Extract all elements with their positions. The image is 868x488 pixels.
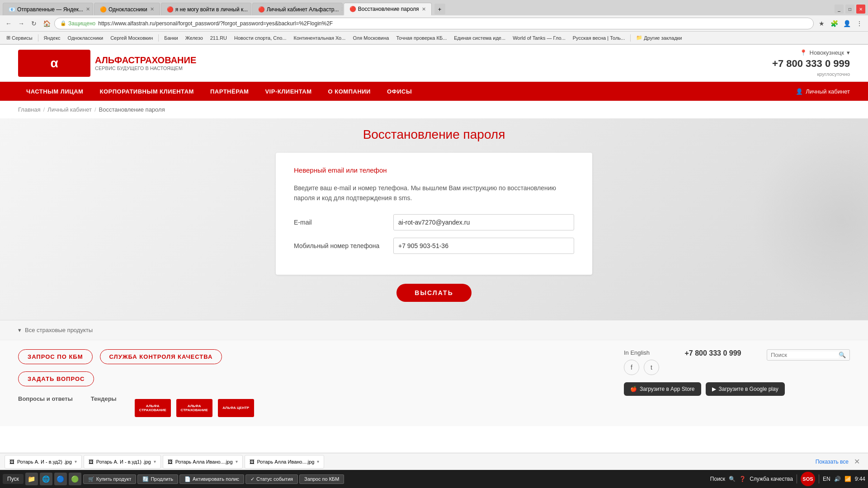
- bookmark-divider-1: [38, 34, 38, 42]
- tab-2-close[interactable]: ✕: [150, 6, 154, 12]
- new-tab-button[interactable]: +: [434, 4, 445, 14]
- bookmark-banki[interactable]: Банки: [161, 34, 180, 42]
- nav-partners[interactable]: ПАРТНЁРАМ: [202, 82, 257, 101]
- tab-5-icon: 🔴: [349, 6, 356, 12]
- kbm-request-button[interactable]: ЗАПРОС ПО КБМ: [18, 349, 93, 364]
- breadcrumb-home[interactable]: Главная: [18, 106, 40, 113]
- bookmark-ok-label: Одноклассники: [68, 35, 104, 41]
- tab-4-close[interactable]: ✕: [341, 6, 342, 12]
- bookmark-news[interactable]: Новости спорта, Спо...: [231, 34, 289, 42]
- tab-5-close[interactable]: ✕: [422, 6, 426, 12]
- tab-3-label: я не могу войти в личный к...: [175, 6, 248, 13]
- bookmark-sergey-label: Сергей Московкин: [110, 35, 153, 41]
- email-label: E-mail: [294, 219, 393, 226]
- site-header: α АЛЬФАСТРАХОВАНИЕ СЕРВИС БУДУЩЕГО В НАС…: [0, 45, 868, 82]
- bookmark-sergey[interactable]: Сергей Московкин: [108, 34, 156, 42]
- bookmark-services-label: Сервисы: [12, 35, 33, 41]
- ask-question-button[interactable]: ЗАДАТЬ ВОПРОС: [18, 371, 94, 386]
- address-bar: ← → ↻ 🏠 🔒 Защищено https://www.alfastrah…: [0, 15, 868, 32]
- logo-tagline: СЕРВИС БУДУЩЕГО В НАСТОЯЩЕМ: [95, 66, 196, 71]
- bookmark-wot[interactable]: World of Tanks — Гло...: [510, 34, 568, 42]
- url-text: https://www.alfastrah.ru/personal/forgot…: [98, 20, 333, 27]
- quality-control-button[interactable]: СЛУЖБА КОНТРОЛЯ КАЧЕСТВА: [100, 349, 222, 364]
- footer-social-block: In English f t: [624, 349, 659, 375]
- back-button[interactable]: ←: [4, 19, 14, 28]
- bookmark-services[interactable]: ⊞ Сервисы: [4, 34, 35, 42]
- footer-col-faq-title: Вопросы и ответы: [18, 395, 73, 402]
- google-play-label: Загрузите в Google play: [719, 386, 778, 392]
- bookmark-ok[interactable]: Одноклассники: [65, 34, 106, 42]
- bookmark-esia[interactable]: Единая система иде...: [451, 34, 508, 42]
- forward-button[interactable]: →: [16, 19, 26, 28]
- language-switcher[interactable]: In English: [624, 349, 659, 356]
- footer-phone: +7 800 333 0 999: [684, 349, 741, 357]
- form-description: Введите ваш e-mail и номер телефона. Мы …: [294, 183, 574, 203]
- twitter-icon[interactable]: t: [644, 360, 659, 375]
- tab-5[interactable]: 🔴 Восстановление пароля ✕: [344, 3, 432, 15]
- tab-1[interactable]: 📧 Отправленные — Яндек... ✕: [3, 3, 93, 15]
- url-label: Защищено: [68, 20, 95, 27]
- products-bar[interactable]: ▾ Все страховые продукты: [0, 320, 868, 340]
- phone-input[interactable]: [393, 238, 574, 254]
- tab-2[interactable]: 🟠 Одноклассники ✕: [94, 3, 160, 15]
- logo-image[interactable]: α: [18, 50, 90, 77]
- footer-logo-2: АЛЬФА СТРАХОВАНИЕ: [176, 399, 212, 417]
- bookmark-yandex[interactable]: Яндекс: [41, 34, 63, 42]
- close-window-button[interactable]: ✕: [856, 5, 865, 14]
- footer-search-block: 🔍: [767, 349, 850, 361]
- footer-logo-3-label: АЛЬФА ЦЕНТР: [222, 405, 250, 411]
- url-bar[interactable]: 🔒 Защищено https://www.alfastrah.ru/pers…: [54, 18, 814, 29]
- submit-button[interactable]: ВЫСЛАТЬ: [396, 284, 471, 302]
- footer-main-row: ЗАПРОС ПО КБМ СЛУЖБА КОНТРОЛЯ КАЧЕСТВА З…: [18, 349, 850, 417]
- bookmark-211-label: 211.RU: [210, 35, 227, 41]
- tab-3[interactable]: 🔴 я не могу войти в личный к... ✕: [161, 3, 251, 15]
- nav-corporate[interactable]: КОРПОРАТИВНЫМ КЛИЕНТАМ: [91, 82, 202, 101]
- facebook-icon[interactable]: f: [624, 360, 639, 375]
- chevron-down-icon: ▾: [18, 327, 21, 333]
- bookmark-olya-label: Оля Московина: [353, 35, 389, 41]
- phone-row: Мобильный номер телефона: [294, 238, 574, 254]
- tab-3-close[interactable]: ✕: [250, 6, 251, 12]
- google-play-button[interactable]: ▶ Загрузите в Google play: [706, 382, 785, 396]
- nav-cabinet[interactable]: 👤 Личный кабинет: [796, 88, 850, 95]
- footer-search-bar[interactable]: 🔍: [767, 349, 850, 361]
- app-store-button[interactable]: 🍎 Загрузите в App Store: [624, 382, 701, 396]
- bookmark-cbm[interactable]: Точная проверка КБ...: [393, 34, 449, 42]
- password-recovery-form: Неверный email или телефон Введите ваш e…: [276, 153, 592, 275]
- minimize-button[interactable]: _: [835, 5, 844, 14]
- footer-logos: АЛЬФА СТРАХОВАНИЕ АЛЬФА СТРАХОВАНИЕ АЛЬФ…: [135, 399, 254, 417]
- breadcrumb-sep-2: /: [94, 106, 96, 113]
- logo-alpha-letter: α: [50, 56, 58, 70]
- tab-1-label: Отправленные — Яндек...: [17, 6, 83, 13]
- nav-vip[interactable]: VIP-КЛИЕНТАМ: [257, 82, 320, 101]
- breadcrumb-cabinet[interactable]: Личный кабинет: [47, 106, 92, 113]
- nav-offices[interactable]: ОФИСЫ: [379, 82, 420, 101]
- home-button[interactable]: 🏠: [42, 19, 52, 28]
- browser-chrome: 📧 Отправленные — Яндек... ✕ 🟠 Одноклассн…: [0, 0, 868, 45]
- footer-logo-2-label: АЛЬФА СТРАХОВАНИЕ: [176, 403, 212, 413]
- bookmark-211[interactable]: 211.RU: [208, 34, 230, 42]
- footer-col-tenders: Тендеры: [91, 395, 117, 417]
- bookmark-khl[interactable]: Континентальная Хо...: [291, 34, 348, 42]
- menu-icon[interactable]: ⋮: [854, 19, 864, 28]
- bookmark-russian-spring[interactable]: Русская весна | Толь...: [570, 34, 627, 42]
- bookmark-esia-label: Единая система иде...: [454, 35, 505, 41]
- footer-logo-3: АЛЬФА ЦЕНТР: [218, 399, 254, 417]
- location-text[interactable]: Новокузнецк: [810, 49, 844, 56]
- search-icon[interactable]: 🔍: [839, 352, 846, 358]
- maximize-button[interactable]: □: [845, 5, 854, 14]
- reload-button[interactable]: ↻: [29, 19, 39, 28]
- bookmark-cbm-label: Точная проверка КБ...: [396, 35, 447, 41]
- bookmark-olya[interactable]: Оля Московина: [350, 34, 392, 42]
- footer-search-input[interactable]: [771, 352, 839, 358]
- bookmark-other[interactable]: 📁 Другие закладки: [633, 34, 684, 42]
- tab-4[interactable]: 🔴 Личный кабинет Альфастр... ✕: [252, 3, 343, 15]
- bookmark-zhelezo[interactable]: Железо: [183, 34, 206, 42]
- bookmark-star-icon[interactable]: ★: [816, 19, 826, 28]
- tab-1-close[interactable]: ✕: [86, 6, 90, 12]
- email-input[interactable]: [393, 214, 574, 230]
- nav-private[interactable]: ЧАСТНЫМ ЛИЦАМ: [18, 82, 91, 101]
- user-account-icon[interactable]: 👤: [842, 19, 852, 28]
- nav-about[interactable]: О КОМПАНИИ: [320, 82, 379, 101]
- extensions-icon[interactable]: 🧩: [829, 19, 839, 28]
